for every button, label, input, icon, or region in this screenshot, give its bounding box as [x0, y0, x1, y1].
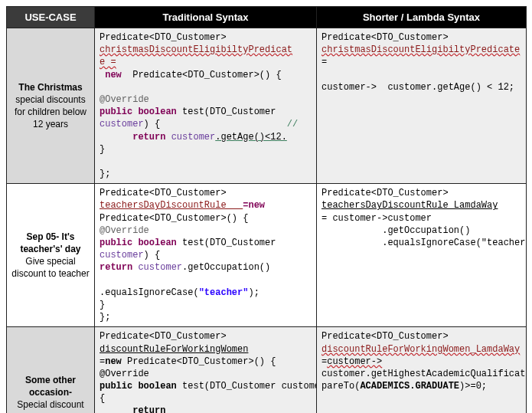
traditional-code: Predicate<DTO_Customer> discountRuleForW…	[95, 327, 317, 413]
table-row: The Christmas special discounts for chil…	[7, 28, 527, 184]
col-header-lambda: Shorter / Lambda Syntax	[317, 7, 527, 28]
lambda-code: Predicate<DTO_Customer> christmasDiscoun…	[317, 28, 527, 184]
table-row: Sep 05- It's teacher's' day Give special…	[7, 184, 527, 327]
usecase-cell: Sep 05- It's teacher's' day Give special…	[7, 184, 95, 327]
usecase-body: special discounts for children below 12 …	[15, 94, 86, 129]
table-row: Some other occasion- Special discount fo…	[7, 327, 527, 413]
col-header-traditional: Traditional Syntax	[95, 7, 317, 28]
usecase-body: Special discount for those with graduate…	[15, 399, 86, 413]
usecase-title: Some other occasion-	[11, 374, 90, 398]
traditional-code: Predicate<DTO_Customer> christmasDiscoun…	[95, 28, 317, 184]
syntax-comparison-table: USE-CASE Traditional Syntax Shorter / La…	[6, 6, 527, 413]
usecase-title: The Christmas	[11, 81, 90, 93]
usecase-title: Sep 05- It's teacher's' day	[11, 231, 90, 255]
traditional-code: Predicate<DTO_Customer> teachersDayDisco…	[95, 184, 317, 327]
usecase-body: Give special discount to teacher	[11, 256, 89, 279]
usecase-cell: Some other occasion- Special discount fo…	[7, 327, 95, 413]
usecase-cell: The Christmas special discounts for chil…	[7, 28, 95, 184]
lambda-code: Predicate<DTO_Customer> discountRuleForW…	[317, 327, 527, 413]
lambda-code: Predicate<DTO_Customer> teachersDayDisco…	[317, 184, 527, 327]
col-header-usecase: USE-CASE	[7, 7, 95, 28]
